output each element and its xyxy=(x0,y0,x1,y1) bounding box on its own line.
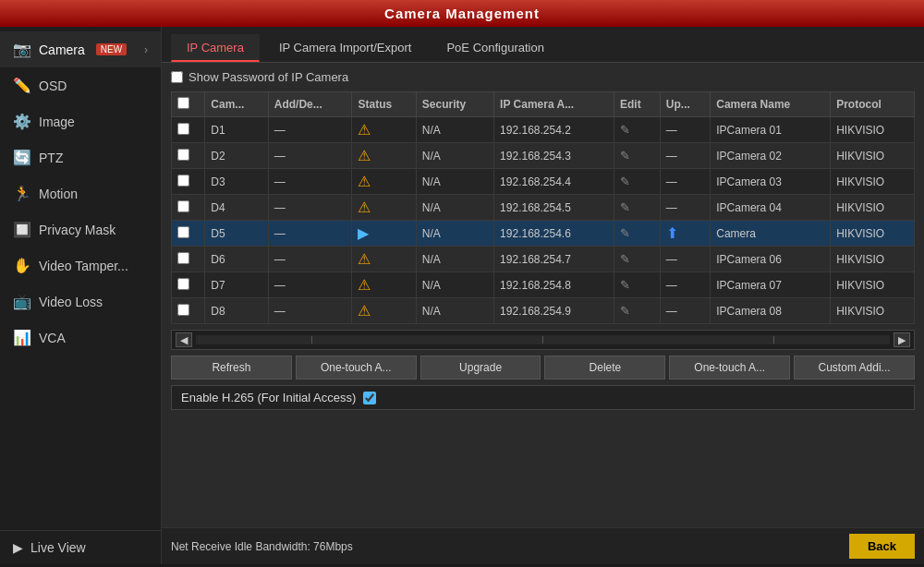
row-status-3: ⚠ xyxy=(352,195,416,221)
sidebar-item-video_tamper___[interactable]: ✋Video Tamper... xyxy=(0,247,161,284)
row-up-7: — xyxy=(660,298,710,324)
action-button-3[interactable]: Delete xyxy=(544,356,665,380)
table-row[interactable]: D7—⚠N/A192.168.254.8✎—IPCamera 07HIKVISI… xyxy=(172,272,915,298)
content-area: IP Camera IP Camera Import/Export PoE Co… xyxy=(162,27,924,564)
row-ip-5: 192.168.254.7 xyxy=(494,247,614,272)
row-protocol-5: HIKVISIO xyxy=(831,247,915,272)
horizontal-scrollbar[interactable]: ◀ ▶ xyxy=(171,330,915,350)
row-edit-0[interactable]: ✎ xyxy=(614,117,661,143)
row-status-4: ▶ xyxy=(352,221,416,247)
action-button-0[interactable]: Refresh xyxy=(171,356,292,380)
edit-icon[interactable]: ✎ xyxy=(620,200,630,214)
row-checkbox-2[interactable] xyxy=(177,175,189,187)
row-checkbox-0[interactable] xyxy=(177,123,189,135)
upload-icon: ⬆ xyxy=(666,225,678,241)
row-add-de-4: — xyxy=(268,221,352,247)
col-header-addde: Add/De... xyxy=(268,92,352,117)
row-edit-4[interactable]: ✎ xyxy=(614,221,661,247)
sidebar-item-live-view[interactable]: ▶ Live View xyxy=(0,530,161,564)
scroll-track[interactable] xyxy=(196,335,890,344)
sidebar-label-4: Motion xyxy=(39,187,78,201)
scroll-markers xyxy=(196,335,890,344)
row-security-7: N/A xyxy=(416,298,493,324)
sidebar-item-vca[interactable]: 📊VCA xyxy=(0,320,161,356)
edit-icon[interactable]: ✎ xyxy=(620,123,630,137)
row-protocol-6: HIKVISIO xyxy=(831,272,915,298)
row-checkbox-cell-1 xyxy=(172,143,205,169)
action-button-5[interactable]: Custom Addi... xyxy=(794,356,915,380)
row-camera-name-6: IPCamera 07 xyxy=(711,272,831,298)
table-row[interactable]: D2—⚠N/A192.168.254.3✎—IPCamera 02HIKVISI… xyxy=(172,143,915,169)
camera-table-container: Cam... Add/De... Status Security IP Came… xyxy=(171,91,915,324)
row-up-5: — xyxy=(660,247,710,272)
row-edit-1[interactable]: ✎ xyxy=(614,143,661,169)
col-header-cam: Cam... xyxy=(205,92,268,117)
sidebar-item-camera[interactable]: 📷CameraNEW› xyxy=(0,31,161,67)
row-checkbox-4[interactable] xyxy=(177,226,189,238)
edit-icon[interactable]: ✎ xyxy=(620,226,630,240)
row-up-2: — xyxy=(660,169,710,195)
row-checkbox-cell-3 xyxy=(172,195,205,221)
table-row[interactable]: D4—⚠N/A192.168.254.5✎—IPCamera 04HIKVISI… xyxy=(172,195,915,221)
h265-checkbox[interactable] xyxy=(363,392,376,404)
row-security-6: N/A xyxy=(416,272,493,298)
row-status-6: ⚠ xyxy=(352,272,416,298)
sidebar-item-motion[interactable]: 🏃Motion xyxy=(0,175,161,211)
row-edit-6[interactable]: ✎ xyxy=(614,272,661,298)
row-up-1: — xyxy=(660,143,710,169)
scroll-left-btn[interactable]: ◀ xyxy=(176,332,192,347)
tab-ip-camera-import-export[interactable]: IP Camera Import/Export xyxy=(263,34,428,62)
main-layout: 📷CameraNEW›✏️OSD⚙️Image🔄PTZ🏃Motion🔲Priva… xyxy=(0,27,924,564)
row-add-de-6: — xyxy=(268,272,352,298)
back-button[interactable]: Back xyxy=(849,534,915,559)
sidebar-item-video_loss[interactable]: 📺Video Loss xyxy=(0,284,161,320)
row-checkbox-5[interactable] xyxy=(177,252,189,264)
row-security-5: N/A xyxy=(416,247,493,272)
sidebar-icon-8: 📊 xyxy=(13,329,31,346)
row-checkbox-cell-7 xyxy=(172,298,205,324)
sidebar-label-7: Video Loss xyxy=(39,295,103,309)
row-edit-5[interactable]: ✎ xyxy=(614,247,661,272)
scroll-right-btn[interactable]: ▶ xyxy=(894,332,910,347)
table-row[interactable]: D6—⚠N/A192.168.254.7✎—IPCamera 06HIKVISI… xyxy=(172,247,915,272)
table-row[interactable]: D1—⚠N/A192.168.254.2✎—IPCamera 01HIKVISI… xyxy=(172,117,915,143)
warn-icon: ⚠ xyxy=(358,148,371,163)
edit-icon[interactable]: ✎ xyxy=(620,304,630,318)
row-edit-7[interactable]: ✎ xyxy=(614,298,661,324)
edit-icon[interactable]: ✎ xyxy=(620,149,630,163)
show-password-checkbox[interactable] xyxy=(171,71,183,83)
sidebar-item-privacy_mask[interactable]: 🔲Privacy Mask xyxy=(0,211,161,247)
row-edit-2[interactable]: ✎ xyxy=(614,169,661,195)
new-badge-0: NEW xyxy=(96,43,127,55)
row-id-5: D6 xyxy=(205,247,268,272)
sidebar-icon-3: 🔄 xyxy=(13,149,31,166)
tab-bar: IP Camera IP Camera Import/Export PoE Co… xyxy=(162,27,924,63)
edit-icon[interactable]: ✎ xyxy=(620,175,630,188)
show-password-row: Show Password of IP Camera xyxy=(171,70,915,84)
table-row[interactable]: D3—⚠N/A192.168.254.4✎—IPCamera 03HIKVISI… xyxy=(172,169,915,195)
action-button-1[interactable]: One-touch A... xyxy=(296,356,417,380)
row-checkbox-6[interactable] xyxy=(177,278,189,290)
sidebar-item-ptz[interactable]: 🔄PTZ xyxy=(0,139,161,175)
sidebar-item-image[interactable]: ⚙️Image xyxy=(0,103,161,139)
sidebar-item-osd[interactable]: ✏️OSD xyxy=(0,67,161,103)
action-button-2[interactable]: Upgrade xyxy=(420,356,541,380)
table-row[interactable]: D5—▶N/A192.168.254.6✎⬆CameraHIKVISIO xyxy=(172,221,915,247)
row-checkbox-3[interactable] xyxy=(177,200,189,212)
row-checkbox-7[interactable] xyxy=(177,304,189,316)
row-security-1: N/A xyxy=(416,143,493,169)
select-all-checkbox[interactable] xyxy=(177,97,189,109)
row-camera-name-5: IPCamera 06 xyxy=(711,247,831,272)
row-status-7: ⚠ xyxy=(352,298,416,324)
action-button-4[interactable]: One-touch A... xyxy=(669,356,790,380)
edit-icon[interactable]: ✎ xyxy=(620,252,630,266)
tab-poe-configuration[interactable]: PoE Configuration xyxy=(431,34,560,62)
edit-icon[interactable]: ✎ xyxy=(620,278,630,292)
warn-icon: ⚠ xyxy=(358,199,371,215)
scroll-marker-3 xyxy=(773,336,774,344)
row-checkbox-cell-5 xyxy=(172,247,205,272)
table-row[interactable]: D8—⚠N/A192.168.254.9✎—IPCamera 08HIKVISI… xyxy=(172,298,915,324)
row-checkbox-1[interactable] xyxy=(177,149,189,161)
row-edit-3[interactable]: ✎ xyxy=(614,195,661,221)
tab-ip-camera[interactable]: IP Camera xyxy=(171,34,260,62)
